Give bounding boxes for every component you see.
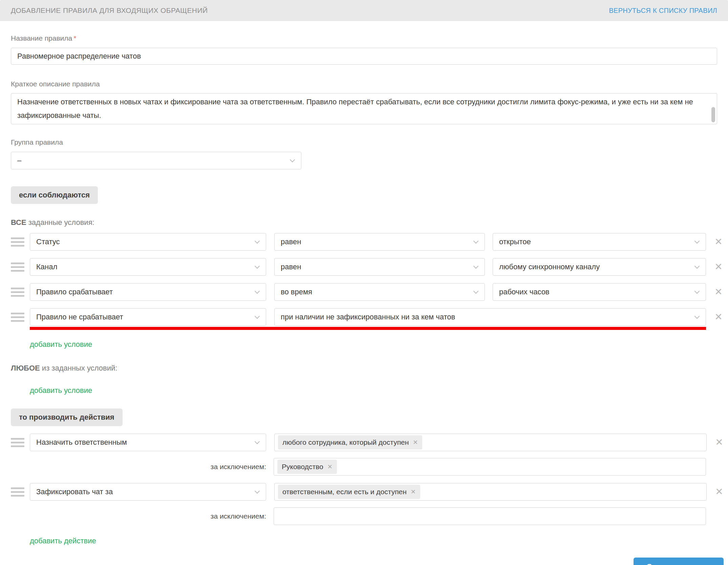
condition-row: Канал равен любому синхронному каналу ✕ bbox=[11, 258, 728, 276]
drag-handle-icon[interactable] bbox=[11, 313, 24, 322]
textarea-scrollbar[interactable] bbox=[711, 107, 715, 122]
rule-description-text: Назначение ответственных в новых чатах и… bbox=[17, 98, 693, 120]
condition-field-select[interactable]: Статус bbox=[30, 233, 266, 251]
if-conditions-badge: если соблюдаются bbox=[11, 186, 98, 204]
chevron-down-icon bbox=[255, 238, 260, 244]
tag-remove-icon[interactable]: ✕ bbox=[413, 439, 418, 446]
chevron-down-icon bbox=[255, 289, 260, 294]
remove-condition-icon[interactable]: ✕ bbox=[713, 287, 724, 297]
rule-form: Название правила* Краткое описание прави… bbox=[0, 34, 728, 565]
condition-operator-select[interactable]: равен bbox=[274, 233, 485, 251]
remove-condition-icon[interactable]: ✕ bbox=[713, 262, 724, 272]
form-footer: отменить Создать правило bbox=[11, 558, 724, 565]
chevron-down-icon bbox=[255, 439, 260, 444]
condition-operator-select[interactable]: во время bbox=[274, 283, 485, 301]
create-rule-button[interactable]: Создать правило bbox=[634, 558, 724, 565]
rule-description-label: Краткое описание правила bbox=[11, 80, 728, 88]
drag-handle-icon[interactable] bbox=[11, 288, 24, 297]
add-condition-link[interactable]: добавить условие bbox=[30, 340, 92, 349]
rule-name-input[interactable] bbox=[11, 48, 717, 65]
except-tag: Руководство ✕ bbox=[277, 460, 337, 474]
remove-action-icon[interactable]: ✕ bbox=[713, 438, 725, 447]
drag-handle-icon[interactable] bbox=[11, 438, 24, 447]
then-actions-badge: то производить действия bbox=[11, 409, 123, 426]
except-label: за исключением: bbox=[11, 512, 266, 520]
page-title: ДОБАВЛЕНИЕ ПРАВИЛА ДЛЯ ВХОДЯЩИХ ОБРАЩЕНИ… bbox=[11, 6, 208, 15]
action-exceptions-row: за исключением: Руководство ✕ bbox=[11, 458, 728, 476]
drag-handle-icon[interactable] bbox=[11, 237, 24, 247]
rule-group-select[interactable]: – bbox=[11, 152, 301, 169]
back-to-rules-link[interactable]: ВЕРНУТЬСЯ К СПИСКУ ПРАВИЛ bbox=[609, 7, 717, 15]
action-row: Назначить ответственным любого сотрудник… bbox=[11, 434, 728, 451]
remove-condition-icon[interactable]: ✕ bbox=[713, 312, 724, 322]
remove-condition-icon[interactable]: ✕ bbox=[713, 237, 724, 247]
chevron-down-icon bbox=[255, 314, 260, 319]
condition-value-select[interactable]: любому синхронному каналу bbox=[493, 258, 706, 276]
chevron-down-icon bbox=[694, 289, 700, 294]
action-type-select[interactable]: Зафиксировать чат за bbox=[30, 483, 266, 501]
condition-field-select[interactable]: Правило срабатывает bbox=[30, 283, 266, 301]
chevron-down-icon bbox=[290, 157, 295, 163]
chevron-down-icon bbox=[473, 264, 479, 269]
condition-row: Статус равен открытое ✕ bbox=[11, 233, 728, 251]
action-value-field[interactable]: ответственным, если есть и доступен ✕ bbox=[274, 483, 707, 501]
drag-handle-icon[interactable] bbox=[11, 487, 24, 497]
except-field[interactable] bbox=[274, 507, 706, 525]
add-condition-link[interactable]: добавить условие bbox=[30, 386, 92, 395]
condition-value-select[interactable]: при наличии не зафиксированных ни за кем… bbox=[274, 308, 706, 326]
chevron-down-icon bbox=[255, 488, 260, 494]
value-tag: ответственным, если есть и доступен ✕ bbox=[278, 485, 420, 499]
remove-action-icon[interactable]: ✕ bbox=[713, 487, 725, 497]
all-conditions-label: ВСЕ заданные условия: bbox=[11, 218, 728, 227]
chevron-down-icon bbox=[694, 264, 700, 269]
condition-operator-select[interactable]: равен bbox=[274, 258, 485, 276]
rule-name-label: Название правила* bbox=[11, 34, 728, 43]
except-label: за исключением: bbox=[11, 463, 266, 471]
condition-row: Правило срабатывает во время рабочих час… bbox=[11, 283, 728, 301]
add-rule-page: ДОБАВЛЕНИЕ ПРАВИЛА ДЛЯ ВХОДЯЩИХ ОБРАЩЕНИ… bbox=[0, 0, 728, 565]
except-field[interactable]: Руководство ✕ bbox=[274, 458, 706, 476]
condition-value-select[interactable]: рабочих часов bbox=[493, 283, 706, 301]
action-value-field[interactable]: любого сотрудника, который доступен ✕ bbox=[274, 434, 707, 451]
highlight-underline bbox=[30, 327, 706, 330]
rule-group-value: – bbox=[17, 156, 21, 165]
tag-remove-icon[interactable]: ✕ bbox=[411, 488, 416, 496]
condition-field-select[interactable]: Правило не срабатывает bbox=[30, 308, 266, 326]
action-exceptions-row: за исключением: bbox=[11, 507, 728, 525]
page-header: ДОБАВЛЕНИЕ ПРАВИЛА ДЛЯ ВХОДЯЩИХ ОБРАЩЕНИ… bbox=[0, 0, 728, 21]
drag-handle-icon[interactable] bbox=[11, 263, 24, 272]
chevron-down-icon bbox=[473, 238, 479, 244]
chevron-down-icon bbox=[255, 264, 260, 269]
rule-description-textarea[interactable]: Назначение ответственных в новых чатах и… bbox=[11, 93, 717, 124]
value-tag: любого сотрудника, который доступен ✕ bbox=[278, 435, 422, 449]
tag-remove-icon[interactable]: ✕ bbox=[327, 463, 333, 470]
action-type-select[interactable]: Назначить ответственным bbox=[30, 434, 266, 451]
cancel-button[interactable]: отменить bbox=[589, 562, 621, 565]
condition-value-select[interactable]: открытое bbox=[493, 233, 706, 251]
chevron-down-icon bbox=[473, 289, 479, 294]
rule-group-label: Группа правила bbox=[11, 138, 728, 147]
chevron-down-icon bbox=[694, 314, 700, 319]
chevron-down-icon bbox=[694, 238, 700, 244]
required-asterisk: * bbox=[73, 34, 76, 42]
action-row: Зафиксировать чат за ответственным, если… bbox=[11, 483, 728, 501]
condition-row-highlighted: Правило не срабатывает при наличии не за… bbox=[11, 308, 728, 326]
add-action-link[interactable]: добавить действие bbox=[30, 537, 96, 545]
any-conditions-label: ЛЮБОЕ из заданных условий: bbox=[11, 364, 728, 373]
condition-field-select[interactable]: Канал bbox=[30, 258, 266, 276]
